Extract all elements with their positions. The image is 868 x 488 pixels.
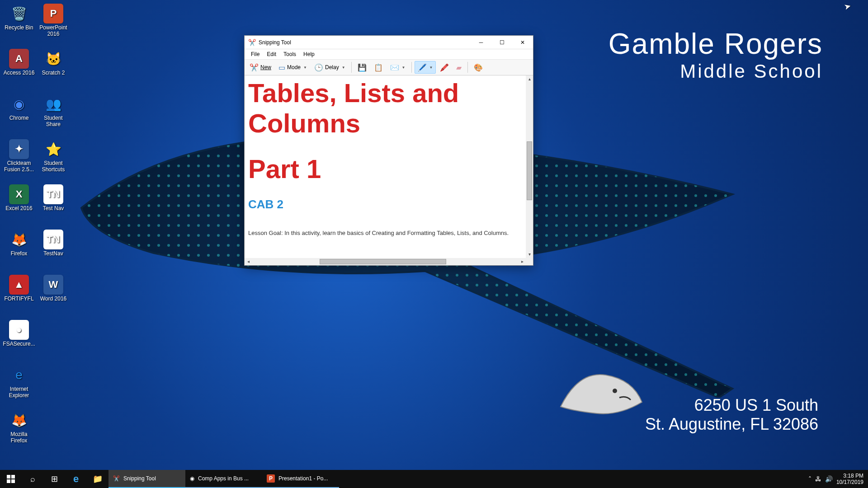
eraser-icon: ▰ [456,63,462,72]
scroll-down-arrow[interactable]: ▾ [526,251,533,258]
menu-edit[interactable]: Edit [263,50,280,58]
desktop-icon[interactable]: ▲FORTIFYFL [2,273,36,318]
scroll-track[interactable] [252,258,519,265]
snipping-tool-window[interactable]: ✂️ Snipping Tool ─ ☐ ✕ File Edit Tools H… [244,35,533,266]
mode-button[interactable]: ▭ Mode ▼ [275,61,310,74]
vertical-scrollbar[interactable]: ▴ ▾ [526,75,533,258]
clock-icon: 🕒 [314,63,323,72]
system-tray[interactable]: ˄ 🖧 🔊 3:18 PM 10/17/2019 [804,473,868,485]
horizontal-scrollbar[interactable]: ◂ ▸ [245,258,526,265]
eraser-button[interactable]: ▰ [453,61,465,74]
taskbar-item[interactable]: ◉Comp Apps in Bus ... [185,470,262,488]
desktop-icon-label: Recycle Bin [2,24,36,31]
clock-time: 3:18 PM [836,473,863,479]
toolbar-separator [411,62,412,73]
network-icon[interactable]: 🖧 [815,475,821,483]
desktop-icon[interactable]: 🦊Mozilla Firefox [2,408,36,454]
paint3d-button[interactable]: 🎨 [471,61,486,74]
app-icon: 🦊 [9,410,29,430]
app-icon: TN [43,230,63,249]
taskbar-item-icon: ◉ [190,475,194,482]
pinned-edge[interactable]: e [65,470,87,488]
close-button[interactable]: ✕ [512,36,533,49]
desktop-icon[interactable]: ●FSASecure... [2,318,36,363]
desktop-icon[interactable]: AAccess 2016 [2,47,36,92]
snip-content[interactable]: Tables, Lists and Columns Part 1 CAB 2 L… [245,75,526,258]
desktop-icon[interactable]: PPowerPoint 2016 [36,2,71,47]
snip-subtitle: CAB 2 [248,197,522,211]
wallpaper-address-line1: 6250 US 1 South [645,396,818,415]
desktop[interactable]: Gamble Rogers Middle School 6250 US 1 So… [0,0,868,488]
desktop-icon[interactable]: ✦Clickteam Fusion 2.5... [2,137,36,183]
desktop-icon[interactable]: TNTestNav [36,228,71,273]
search-button[interactable]: ⌕ [22,470,43,488]
desktop-icon-label: Word 2016 [36,296,71,302]
scroll-left-arrow[interactable]: ◂ [245,258,252,265]
taskview-icon: ⊞ [51,474,58,484]
app-icon: 🦊 [9,230,29,249]
tray-chevron-icon[interactable]: ˄ [808,475,811,483]
maximize-button[interactable]: ☐ [491,36,512,49]
desktop-icon-label: Chrome [2,115,36,121]
copy-button[interactable]: 📋 [371,61,386,74]
menu-file[interactable]: File [247,50,263,58]
desktop-icon[interactable]: 🐱Scratch 2 [36,47,71,92]
delay-label: Delay [325,64,339,70]
volume-icon[interactable]: 🔊 [825,475,833,483]
snip-body-text: Lesson Goal: In this activity, learn the… [248,230,522,236]
chevron-down-icon: ▼ [303,66,307,70]
scroll-track[interactable] [526,83,533,251]
wallpaper-address: 6250 US 1 South St. Augustine, FL 32086 [645,396,818,434]
pen-button[interactable]: 🖊️▼ [415,61,436,74]
snip-canvas-area: Tables, Lists and Columns Part 1 CAB 2 L… [245,75,533,265]
scroll-thumb[interactable] [527,141,532,200]
desktop-icon-label: Access 2016 [2,70,36,76]
menu-tools[interactable]: Tools [280,50,300,58]
menubar: File Edit Tools Help [245,49,533,59]
clock[interactable]: 3:18 PM 10/17/2019 [836,473,863,485]
taskbar[interactable]: ⌕ ⊞ e 📁 ✂️Snipping Tool◉Comp Apps in Bus… [0,470,868,488]
svg-rect-4 [7,479,10,483]
desktop-icon[interactable]: XExcel 2016 [2,183,36,228]
save-icon: 💾 [358,63,367,72]
scroll-up-arrow[interactable]: ▴ [526,75,533,83]
desktop-icon-label: Internet Explorer [2,386,36,399]
desktop-icon[interactable]: 🗑️Recycle Bin [2,2,36,47]
taskbar-running-apps: ✂️Snipping Tool◉Comp Apps in Bus ...PPre… [108,470,339,488]
desktop-icon[interactable]: 👥Student Share [36,92,71,137]
desktop-icon[interactable]: 🦊Firefox [2,228,36,273]
snip-part: Part 1 [248,154,522,184]
wallpaper-title: Gamble Rogers Middle School [609,27,823,82]
wallpaper-title-line1: Gamble Rogers [609,27,823,61]
pinned-explorer[interactable]: 📁 [87,470,108,488]
svg-point-1 [613,389,617,393]
titlebar[interactable]: ✂️ Snipping Tool ─ ☐ ✕ [245,36,533,49]
delay-button[interactable]: 🕒 Delay ▼ [311,61,349,74]
start-button[interactable] [0,470,22,488]
task-view-button[interactable]: ⊞ [43,470,65,488]
taskbar-item[interactable]: ✂️Snipping Tool [108,470,185,488]
scroll-corner [526,258,533,265]
desktop-icon[interactable]: WWord 2016 [36,273,71,318]
scroll-thumb[interactable] [320,259,446,264]
scroll-right-arrow[interactable]: ▸ [519,258,526,265]
desktop-icon[interactable]: ◉Chrome [2,92,36,137]
menu-help[interactable]: Help [300,50,318,58]
desktop-icon-label: Mozilla Firefox [2,431,36,444]
taskbar-item-icon: P [267,474,275,483]
app-icon: P [43,4,63,23]
desktop-icon[interactable]: ⭐Student Shortcuts [36,137,71,183]
minimize-button[interactable]: ─ [471,36,491,49]
send-button[interactable]: ✉️▼ [387,61,409,74]
mouse-cursor: ➤ [843,0,852,12]
app-icon: e [9,365,29,385]
desktop-icon[interactable]: TNTest Nav [36,183,71,228]
desktop-icon[interactable]: eInternet Explorer [2,363,36,408]
save-button[interactable]: 💾 [354,61,370,74]
new-snip-button[interactable]: ✂️ New [246,61,274,74]
toolbar-separator [467,62,468,73]
taskbar-item-icon: ✂️ [113,475,120,482]
windows-icon [7,475,15,483]
highlighter-button[interactable]: 🖍️ [437,61,452,74]
taskbar-item[interactable]: PPresentation1 - Po... [262,470,339,488]
